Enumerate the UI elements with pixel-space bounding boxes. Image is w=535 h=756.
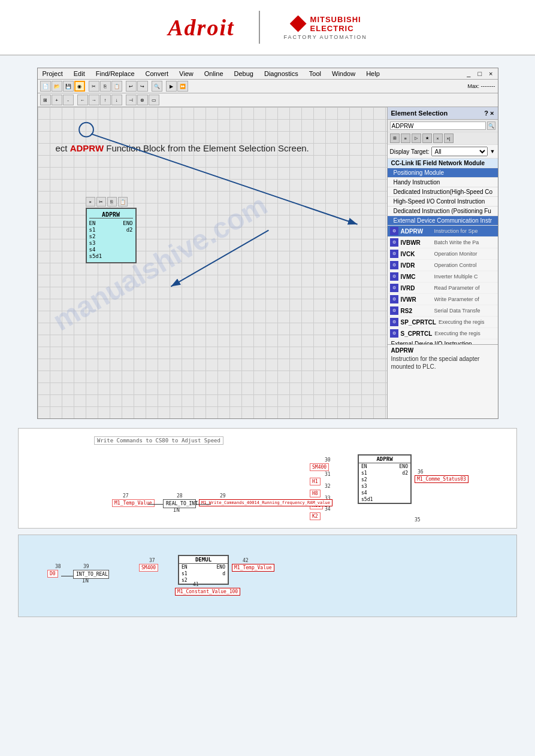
- tb-right[interactable]: →: [89, 95, 99, 105]
- element-selection-close[interactable]: ? ×: [484, 110, 494, 117]
- h1-num: 31: [325, 472, 331, 477]
- search-button[interactable]: 🔍: [487, 122, 495, 130]
- m1-const-var: M1_Constant_Value_100: [175, 588, 240, 596]
- cat-dedicated-pos[interactable]: Dedicated Instruction (Positioning Fu: [388, 207, 498, 216]
- tb-open[interactable]: 📂: [52, 81, 62, 92]
- fb-paste[interactable]: 📋: [118, 197, 128, 207]
- lower-diagrams: Write Commands to CS80 to Adjust Speed 3…: [12, 428, 523, 617]
- instr-rs2[interactable]: ⚙ RS2 Serial Data Transfe: [388, 305, 498, 317]
- tb-zoom-in[interactable]: +: [52, 95, 62, 105]
- tb-compile[interactable]: ▶: [166, 81, 177, 92]
- m1-const-num: 41: [193, 582, 199, 587]
- tb-find[interactable]: 🔍: [152, 81, 162, 92]
- tb-copy[interactable]: ⎘: [100, 81, 111, 92]
- window-close[interactable]: ×: [486, 69, 495, 78]
- cat-external-comm[interactable]: External Device Communication Instr: [388, 216, 498, 226]
- tb-up[interactable]: ↑: [100, 95, 111, 105]
- cat-handy[interactable]: Handy Instruction: [388, 178, 498, 187]
- instruction-text: ect ADPRW Function Block from the Elemen…: [56, 143, 309, 153]
- menu-edit[interactable]: Edit: [71, 69, 87, 78]
- element-selection-title: Element Selection ? ×: [388, 107, 498, 120]
- m1-temp-var-1: M1_Temp_Value: [112, 499, 155, 507]
- ladder-diagram-1: Write Commands to CS80 to Adjust Speed 3…: [22, 433, 513, 523]
- instr-adprw[interactable]: ⚙ ADPRW Instruction for Spe: [388, 226, 498, 237]
- window-minimize[interactable]: _: [464, 69, 473, 78]
- page-header: Adroit MITSUBISHI ELECTRIC FACTORY AUTOM…: [0, 0, 535, 56]
- tb-undo[interactable]: ↩: [126, 81, 137, 92]
- tb-run[interactable]: ⏩: [177, 81, 188, 92]
- instr-icon-ivdr: ⚙: [390, 261, 398, 269]
- element-selection-panel: Element Selection ? × 🔍 ⊞ ≡ ▷ ★ × ×| Dis…: [387, 107, 498, 418]
- fb-block-title: ADPRW: [89, 211, 133, 218]
- menu-online[interactable]: Online: [202, 69, 226, 78]
- toolbar-row2: ⊞ + - ← → ↑ ↓ ⊣ ⊗ ▭: [38, 93, 498, 107]
- tb-coil[interactable]: ⊗: [137, 95, 148, 105]
- menu-tool[interactable]: Tool: [307, 69, 324, 78]
- tb-zoom-out[interactable]: -: [63, 95, 74, 105]
- adroit-logo: Adroit: [168, 14, 234, 41]
- header-divider: [259, 11, 260, 44]
- icon-x[interactable]: ×: [433, 133, 443, 143]
- icon-star[interactable]: ★: [422, 133, 432, 143]
- tb-fb[interactable]: ▭: [149, 95, 159, 105]
- hb-num: 32: [325, 484, 331, 489]
- menu-convert[interactable]: Convert: [143, 69, 171, 78]
- tb-contact[interactable]: ⊣: [126, 95, 137, 105]
- tb-grid[interactable]: ⊞: [40, 95, 51, 105]
- icon-list[interactable]: ≡: [401, 133, 410, 143]
- d0-num: 38: [55, 564, 61, 569]
- instr-sp-cprtcl[interactable]: ⚙ SP_CPRTCL Executing the regis: [388, 317, 498, 328]
- tb-down[interactable]: ↓: [111, 95, 122, 105]
- fb-toolbar: × ✂ ⎘ 📋: [86, 197, 137, 207]
- menu-findreplace[interactable]: Find/Replace: [93, 69, 137, 78]
- instr-icon-ivmc: ⚙: [390, 272, 398, 281]
- tb-new[interactable]: 📄: [40, 81, 51, 92]
- menu-window[interactable]: Window: [330, 69, 358, 78]
- fb-close[interactable]: ×: [86, 197, 95, 207]
- menu-debug[interactable]: Debug: [232, 69, 256, 78]
- tb-highlight-btn[interactable]: ◉: [74, 81, 85, 92]
- instr-ivmc[interactable]: ⚙ IVMC Inverter Multiple C: [388, 271, 498, 283]
- display-target-row: Display Target: All ▼: [388, 145, 498, 159]
- in-label-2: IN: [82, 578, 89, 584]
- menu-project[interactable]: Project: [40, 69, 65, 78]
- instr-ivwr[interactable]: ⚙ IVWR Write Parameter of: [388, 294, 498, 305]
- icon-x2[interactable]: ×|: [444, 133, 454, 143]
- instr-ivdr[interactable]: ⚙ IVDR Operation Control: [388, 260, 498, 271]
- tb-redo[interactable]: ↪: [137, 81, 148, 92]
- fb-row-0: EN ENO: [89, 220, 133, 226]
- menu-view[interactable]: View: [177, 69, 196, 78]
- description-box: ADPRW Instruction for the special adapte…: [388, 344, 498, 373]
- tb-left[interactable]: ←: [77, 95, 88, 105]
- menu-help[interactable]: Help: [364, 69, 382, 78]
- tb-save[interactable]: 💾: [63, 81, 74, 92]
- section-label-1: Write Commands to CS80 to Adjust Speed: [94, 436, 223, 445]
- tb-cut[interactable]: ✂: [89, 81, 99, 92]
- instr-s-cprtcl[interactable]: ⚙ S_CPRTCL Executing the regis: [388, 328, 498, 339]
- instr-ivck[interactable]: ⚙ IVCK Operation Monitor: [388, 248, 498, 260]
- display-target-select[interactable]: All: [431, 147, 487, 156]
- cat-external-io[interactable]: External Device I/O Instruction: [388, 339, 498, 344]
- function-block[interactable]: × ✂ ⎘ 📋 ADPRW EN ENO s1 d2: [86, 197, 137, 263]
- instr-icon-sp-cprtcl: ⚙: [390, 318, 398, 326]
- instr-ivbwr[interactable]: ⚙ IVBWR Batch Write the Pa: [388, 237, 498, 248]
- fb-row-5: s5d1: [89, 253, 133, 259]
- tb-paste[interactable]: 📋: [111, 81, 122, 92]
- cat-dedicated-hs[interactable]: Dedicated Instruction(High-Speed Co: [388, 187, 498, 197]
- menu-diagnostics[interactable]: Diagnostics: [262, 69, 301, 78]
- element-search-input[interactable]: [390, 122, 486, 130]
- cat-positioning[interactable]: Positioning Module: [388, 168, 498, 178]
- expand-icon[interactable]: ▼: [490, 148, 495, 154]
- instr-ivrd[interactable]: ⚙ IVRD Read Parameter of: [388, 283, 498, 294]
- fb-scissors[interactable]: ✂: [96, 197, 106, 207]
- editor-area[interactable]: manualshive.com ect ADPRW Function Block…: [38, 107, 387, 418]
- window-maximize[interactable]: □: [475, 69, 484, 78]
- icon-tree[interactable]: ▷: [412, 133, 421, 143]
- cat-highspeed[interactable]: High-Speed I/O Control Instruction: [388, 197, 498, 207]
- fb-num-1: 35: [415, 517, 421, 523]
- cat-cclink[interactable]: CC-Link IE Field Network Module: [388, 159, 498, 168]
- icon-grid[interactable]: ⊞: [390, 133, 400, 143]
- fb-copy[interactable]: ⎘: [107, 197, 117, 207]
- main-content: Project Edit Find/Replace Convert View O…: [0, 56, 535, 756]
- toolbar-row1: 📄 📂 💾 ◉ ✂ ⎘ 📋 ↩ ↪ 🔍 ▶ ⏩ Max: --------: [38, 80, 498, 93]
